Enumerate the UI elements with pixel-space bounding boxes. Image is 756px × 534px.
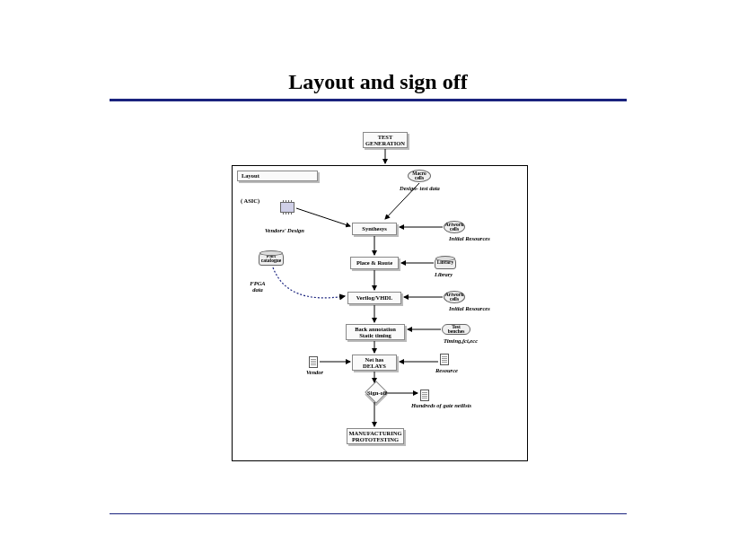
label-design-test-data: Design- test data	[400, 185, 440, 191]
box-test-generation: TEST GENERATION	[363, 132, 408, 148]
box-back-annotation: Back annotation Static timing	[346, 324, 405, 340]
box-net-delays: Net has DELAYS	[352, 355, 397, 371]
document-icon-netlist	[420, 390, 429, 401]
cylinder-library: Library	[435, 257, 456, 269]
bottom-rule	[110, 513, 627, 514]
box-synthesys-1: Synthesys	[352, 223, 397, 235]
bubble-artwork-cells-1: Artwork cells	[444, 221, 465, 233]
label-sign-off: Sign-off	[365, 390, 389, 397]
bubble-macro-cells: Macro cells	[408, 170, 431, 182]
label-asic: ( ASIC)	[241, 197, 259, 204]
label-initial-resources-1: Initial Resources	[449, 235, 490, 241]
label-vendor: Vendor	[306, 369, 323, 375]
box-layout: Layout	[237, 171, 318, 181]
bubble-artwork-cells-2: Artwork cells	[444, 291, 465, 303]
diagram-frame	[232, 165, 528, 461]
top-rule	[110, 99, 627, 101]
box-verilog-vhdl: Verilog/VHDL	[347, 292, 401, 304]
label-library: Library	[435, 271, 453, 277]
label-vendors-design: Vendors' Design	[265, 227, 304, 233]
chip-icon	[280, 202, 294, 213]
label-resource: Resource	[435, 367, 458, 373]
box-place-route: Place & Route	[350, 257, 399, 269]
document-icon-vendor	[309, 356, 318, 368]
document-icon-resource	[440, 354, 449, 365]
label-hundreds: Hundreds of gate netlists	[411, 402, 483, 408]
label-initial-resources-2: Initial Resources	[449, 305, 490, 311]
box-manufacturing: MANUFACTURING PROTOTESTING	[347, 428, 404, 444]
page-title: Layout and sign off	[0, 70, 756, 94]
label-timing-fct-ecc: Timing,fct,ecc	[444, 337, 478, 344]
label-fpga-data: FPGA data	[244, 280, 271, 293]
cylinder-part-catalogue: Part catalogue	[259, 251, 284, 266]
bubble-test-benches: Test benches	[442, 324, 470, 335]
